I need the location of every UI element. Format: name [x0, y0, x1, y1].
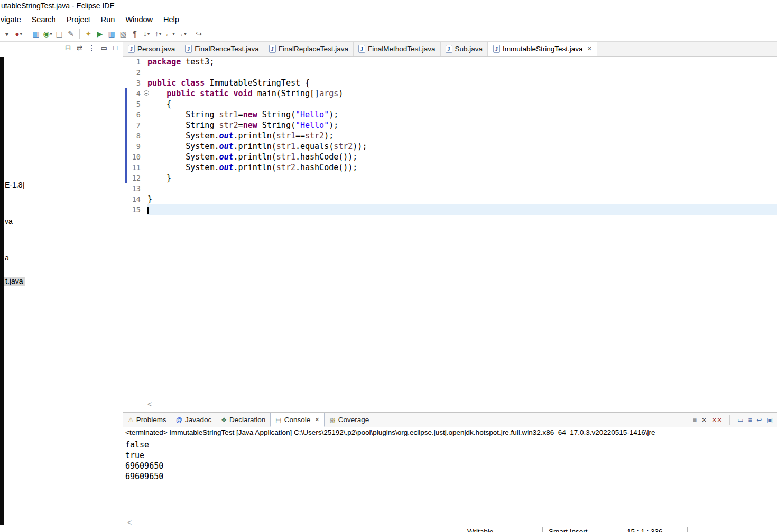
code-text[interactable]: public static void main(String[]args): [147, 88, 777, 99]
dropdown-caret-icon[interactable]: ▾: [50, 32, 52, 36]
dropdown-caret-icon[interactable]: ▾: [159, 32, 161, 36]
menu-item-project[interactable]: Project: [61, 14, 96, 25]
editor-tab-finalrencetest-java[interactable]: JFinalRenceTest.java: [180, 42, 264, 56]
view-tab-declaration[interactable]: ❖Declaration: [216, 413, 270, 427]
editor-tab-person-java[interactable]: JPerson.java: [123, 42, 180, 56]
editor-tab-sub-java[interactable]: JSub.java: [441, 42, 488, 56]
menu-item-vigate[interactable]: vigate: [0, 14, 26, 25]
code-line[interactable]: 3public class ImmutableStringTest {: [123, 78, 777, 88]
menu-item-search[interactable]: Search: [26, 14, 61, 25]
word-wrap-button[interactable]: ↩: [757, 416, 762, 424]
code-line[interactable]: 7 String str2=new String("Hello");: [123, 120, 777, 130]
gutter: 10: [123, 152, 147, 162]
code-text[interactable]: {: [147, 99, 777, 109]
show-whitespace-button-icon: ¶: [133, 30, 137, 38]
fold-collapse-icon[interactable]: −: [144, 90, 149, 96]
code-line[interactable]: 13: [123, 183, 777, 194]
forward-button[interactable]: →▾: [176, 28, 187, 40]
code-line[interactable]: 12 }: [123, 173, 777, 183]
save-button[interactable]: ▤: [54, 28, 64, 40]
prev-annotation-button[interactable]: ↑▾: [153, 28, 163, 40]
dropdown-caret-icon[interactable]: ▾: [147, 32, 150, 36]
open-type-button[interactable]: ✦: [83, 28, 94, 40]
code-text[interactable]: }: [147, 194, 777, 204]
code-editor[interactable]: 1package test3;23public class ImmutableS…: [123, 57, 777, 400]
code-line[interactable]: 11 System.out.println(str2.hashCode());: [123, 162, 777, 173]
editor-tab-finalmethodtest-java[interactable]: JFinalMethodTest.java: [354, 42, 441, 56]
editor-tab-immutablestringtest-java[interactable]: JImmutableStringTest.java✕: [488, 42, 597, 56]
link-editor-button[interactable]: ↪: [193, 28, 204, 40]
code-line[interactable]: 15: [123, 204, 777, 215]
code-text[interactable]: String str2=new String("Hello");: [147, 120, 777, 130]
editor-tab-finalreplacetest-java[interactable]: JFinalReplaceTest.java: [264, 42, 354, 56]
code-line[interactable]: 1package test3;: [123, 57, 777, 67]
code-text[interactable]: [147, 204, 777, 215]
clear-console-button[interactable]: ▭: [737, 416, 743, 424]
token: out: [219, 131, 233, 141]
next-annotation-button[interactable]: ↓▾: [141, 28, 152, 40]
status-bar: Writable Smart Insert 15 : 1 : 336: [0, 526, 777, 532]
code-line[interactable]: 5 {: [123, 99, 777, 109]
code-text[interactable]: }: [147, 173, 777, 183]
code-line[interactable]: 6 String str1=new String("Hello");: [123, 109, 777, 120]
code-line[interactable]: 8 System.out.println(str1==str2);: [123, 130, 777, 141]
terminate-button[interactable]: ■: [693, 416, 697, 424]
run-config-caret[interactable]: ▾: [2, 28, 12, 40]
menu-item-run[interactable]: Run: [96, 14, 121, 25]
token: String(: [257, 110, 295, 119]
menu-item-help[interactable]: Help: [158, 14, 184, 25]
code-text[interactable]: String str1=new String("Hello");: [147, 109, 777, 120]
dropdown-caret-icon[interactable]: ▾: [184, 32, 186, 36]
code-text[interactable]: System.out.println(str1==str2);: [147, 130, 777, 141]
dropdown-caret-icon[interactable]: ▾: [172, 32, 174, 36]
tree-item[interactable]: t.java: [4, 277, 25, 286]
show-whitespace-button[interactable]: ¶: [130, 28, 140, 40]
remove-launch-button[interactable]: ✕: [701, 416, 707, 424]
run-tool-button[interactable]: ▶: [95, 28, 105, 40]
minimize-icon[interactable]: ▭: [101, 44, 107, 52]
code-line[interactable]: 14}: [123, 194, 777, 204]
code-text[interactable]: package test3;: [147, 57, 777, 67]
new-wizard-button[interactable]: ▦: [31, 28, 41, 40]
code-text[interactable]: System.out.println(str1.hashCode());: [147, 152, 777, 162]
code-text[interactable]: System.out.println(str1.equals(str2));: [147, 141, 777, 152]
code-line[interactable]: 4− public static void main(String[]args): [123, 88, 777, 99]
view-tab-javadoc[interactable]: @Javadoc: [171, 413, 216, 427]
maximize-icon[interactable]: □: [113, 44, 117, 52]
close-tab-icon[interactable]: ✕: [587, 45, 592, 52]
code-line[interactable]: 10 System.out.println(str1.hashCode());: [123, 152, 777, 162]
coverage-button[interactable]: ●▾: [13, 28, 24, 40]
collapse-all-icon[interactable]: ⊟: [65, 44, 71, 52]
back-button[interactable]: ←▾: [164, 28, 175, 40]
menu-item-window[interactable]: Window: [120, 14, 158, 25]
view-tab-coverage[interactable]: ▧Coverage: [325, 413, 374, 427]
remove-all-launches-button[interactable]: ✕✕: [711, 416, 722, 424]
print-button[interactable]: ✎: [66, 28, 76, 40]
pin-console-button[interactable]: ▣: [767, 416, 773, 424]
scroll-lock-button[interactable]: ≡: [748, 416, 752, 424]
code-text[interactable]: public class ImmutableStringTest {: [147, 78, 777, 88]
console-output[interactable]: falsetrue6960965069609650: [123, 440, 777, 482]
dropdown-caret-icon[interactable]: ▾: [20, 32, 22, 36]
code-lines: 1package test3;23public class ImmutableS…: [123, 57, 777, 215]
code-text[interactable]: [147, 67, 777, 78]
code-line[interactable]: 2: [123, 67, 777, 78]
debug-button[interactable]: ◉▾: [42, 28, 53, 40]
tree-item[interactable]: va: [5, 217, 13, 226]
token: .println(: [234, 131, 276, 141]
open-resource-button[interactable]: ▧: [118, 28, 128, 40]
tree-item[interactable]: a: [5, 254, 9, 262]
code-text[interactable]: [147, 183, 777, 194]
range-indicator: [125, 99, 127, 109]
code-text[interactable]: System.out.println(str2.hashCode());: [147, 162, 777, 173]
view-tab-problems[interactable]: ⚠Problems: [123, 413, 171, 427]
close-tab-icon[interactable]: ✕: [314, 416, 319, 423]
view-menu-icon[interactable]: ⋮: [88, 44, 95, 52]
tree-item[interactable]: E-1.8]: [5, 181, 24, 189]
scroll-left-icon[interactable]: <: [147, 400, 152, 408]
editor-horizontal-scrollbar[interactable]: <: [123, 400, 777, 409]
link-with-editor-icon[interactable]: ⇄: [77, 44, 82, 52]
view-tab-console[interactable]: ▤Console✕: [270, 413, 325, 427]
code-line[interactable]: 9 System.out.println(str1.equals(str2));: [123, 141, 777, 152]
new-class-button[interactable]: ▥: [106, 28, 117, 40]
